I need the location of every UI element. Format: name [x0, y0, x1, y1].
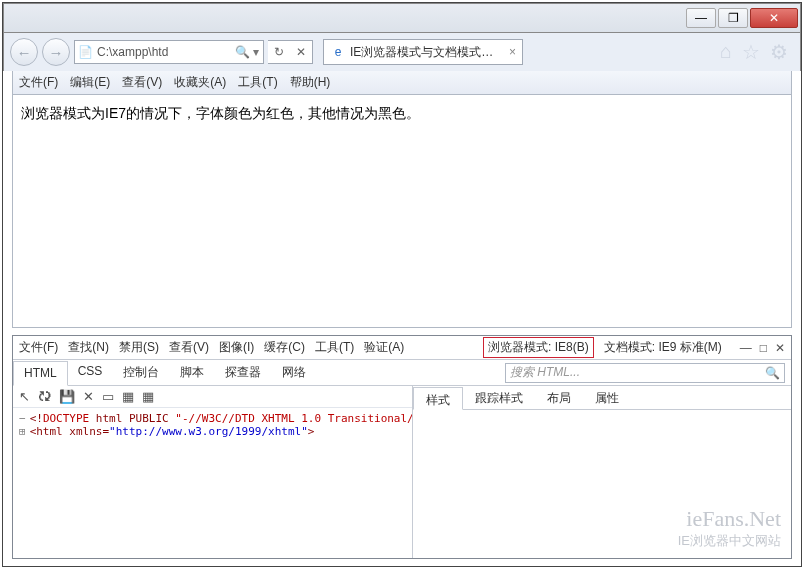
devtools-search-input[interactable]: 搜索 HTML... 🔍 [505, 363, 785, 383]
address-text: C:\xampp\htd [95, 45, 231, 59]
devtools-dom-pane: ↖ 🗘 💾 ✕ ▭ ▦ ▦ −<!DOCTYPE html PUBLIC "-/… [13, 386, 413, 558]
rtab-attrs[interactable]: 属性 [583, 386, 631, 409]
favorites-icon[interactable]: ☆ [742, 40, 760, 64]
forward-button[interactable]: → [42, 38, 70, 66]
menu-file[interactable]: 文件(F) [19, 74, 58, 91]
select-element-icon[interactable]: ↖ [19, 389, 30, 404]
dt-menu-image[interactable]: 图像(I) [219, 339, 254, 356]
tab-title: IE浏览器模式与文档模式的... [350, 44, 503, 61]
menu-edit[interactable]: 编辑(E) [70, 74, 110, 91]
save-icon[interactable]: 💾 [59, 389, 75, 404]
dt-menu-disable[interactable]: 禁用(S) [119, 339, 159, 356]
document-mode-selector[interactable]: 文档模式: IE9 标准(M) [604, 339, 722, 356]
dt-tab-console[interactable]: 控制台 [113, 360, 170, 385]
browser-nav-row: ← → 📄 C:\xampp\htd 🔍 ▾ ↻ ✕ e IE浏览器模式与文档模… [3, 33, 801, 71]
dt-tab-css[interactable]: CSS [68, 360, 114, 385]
back-button[interactable]: ← [10, 38, 38, 66]
browser-mode-selector[interactable]: 浏览器模式: IE8(B) [483, 337, 594, 358]
dt-menu-tools[interactable]: 工具(T) [315, 339, 354, 356]
menu-view[interactable]: 查看(V) [122, 74, 162, 91]
watermark-title: ieFans.Net [678, 506, 781, 532]
home-icon[interactable]: ⌂ [720, 40, 732, 64]
dt-tab-network[interactable]: 网络 [272, 360, 317, 385]
clear-icon[interactable]: ✕ [83, 389, 94, 404]
address-utility: ↻ ✕ [268, 40, 313, 64]
page-icon: 📄 [75, 45, 95, 59]
browser-tab[interactable]: e IE浏览器模式与文档模式的... × [323, 39, 523, 65]
window-minimize-button[interactable]: — [686, 8, 716, 28]
dt-menu-cache[interactable]: 缓存(C) [264, 339, 305, 356]
search-dropdown-icon[interactable]: 🔍 ▾ [231, 45, 263, 59]
src-line-2: ⊞<html xmlns="http://www.w3.org/1999/xht… [19, 425, 406, 438]
menu-favorites[interactable]: 收藏夹(A) [174, 74, 226, 91]
dt-tab-profiler[interactable]: 探查器 [215, 360, 272, 385]
tab-close-button[interactable]: × [509, 45, 516, 59]
dt-menu-view[interactable]: 查看(V) [169, 339, 209, 356]
rtab-trace[interactable]: 跟踪样式 [463, 386, 535, 409]
address-bar[interactable]: 📄 C:\xampp\htd 🔍 ▾ [74, 40, 264, 64]
dt-close-icon[interactable]: ✕ [775, 341, 785, 355]
dt-tab-html[interactable]: HTML [13, 361, 68, 386]
dt-menu-file[interactable]: 文件(F) [19, 339, 58, 356]
grid-icon[interactable]: ▦ [122, 389, 134, 404]
devtools-style-pane: 样式 跟踪样式 布局 属性 ieFans.Net IE浏览器中文网站 [413, 386, 791, 558]
page-content: 浏览器模式为IE7的情况下，字体颜色为红色，其他情况为黑色。 [12, 95, 792, 328]
refresh-dom-icon[interactable]: 🗘 [38, 389, 51, 404]
window-titlebar: — ❐ ✕ [3, 3, 801, 33]
devtools-tabs-row: HTML CSS 控制台 脚本 探查器 网络 搜索 HTML... 🔍 [13, 360, 791, 386]
stop-button[interactable]: ✕ [290, 45, 312, 59]
grid2-icon[interactable]: ▦ [142, 389, 154, 404]
body-text: 浏览器模式为IE7的情况下，字体颜色为红色，其他情况为黑色。 [21, 105, 420, 121]
menu-help[interactable]: 帮助(H) [290, 74, 331, 91]
rtab-styles[interactable]: 样式 [413, 387, 463, 410]
window-maximize-button[interactable]: ❐ [718, 8, 748, 28]
rtab-layout[interactable]: 布局 [535, 386, 583, 409]
dom-source[interactable]: −<!DOCTYPE html PUBLIC "-//W3C//DTD XHTM… [13, 408, 412, 558]
ie-logo-icon: e [330, 44, 346, 60]
menu-tools[interactable]: 工具(T) [238, 74, 277, 91]
search-icon[interactable]: 🔍 [765, 366, 780, 380]
devtools-panel: 文件(F) 查找(N) 禁用(S) 查看(V) 图像(I) 缓存(C) 工具(T… [12, 335, 792, 559]
dt-restore-icon[interactable]: □ [760, 341, 767, 355]
watermark: ieFans.Net IE浏览器中文网站 [678, 506, 781, 550]
refresh-button[interactable]: ↻ [268, 45, 290, 59]
outline-icon[interactable]: ▭ [102, 389, 114, 404]
src-line-1: −<!DOCTYPE html PUBLIC "-//W3C//DTD XHTM… [19, 412, 406, 425]
window-close-button[interactable]: ✕ [750, 8, 798, 28]
dt-minimize-icon[interactable]: — [740, 341, 752, 355]
dt-menu-validate[interactable]: 验证(A) [364, 339, 404, 356]
dt-tab-script[interactable]: 脚本 [170, 360, 215, 385]
devtools-toolbar: ↖ 🗘 💾 ✕ ▭ ▦ ▦ [13, 386, 412, 408]
search-placeholder: 搜索 HTML... [510, 364, 580, 381]
watermark-subtitle: IE浏览器中文网站 [678, 532, 781, 550]
tools-gear-icon[interactable]: ⚙ [770, 40, 788, 64]
browser-menubar: 文件(F) 编辑(E) 查看(V) 收藏夹(A) 工具(T) 帮助(H) [12, 71, 792, 95]
dt-menu-find[interactable]: 查找(N) [68, 339, 109, 356]
devtools-menubar: 文件(F) 查找(N) 禁用(S) 查看(V) 图像(I) 缓存(C) 工具(T… [13, 336, 791, 360]
